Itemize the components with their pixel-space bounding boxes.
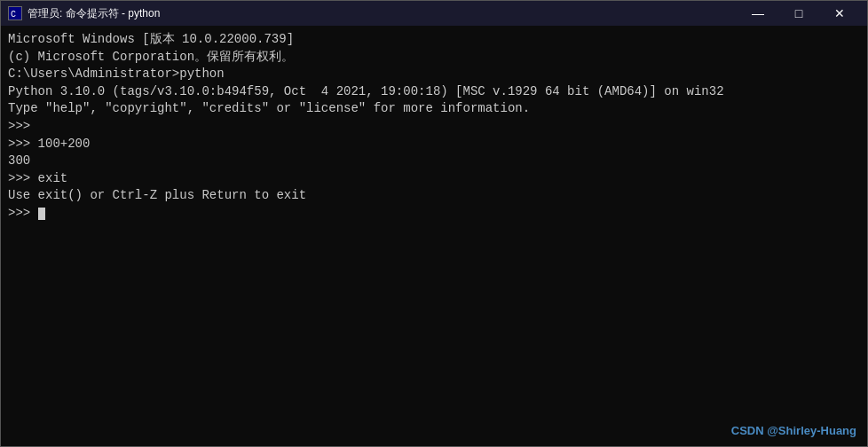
- svg-text:C: C: [11, 10, 16, 20]
- terminal-line: Python 3.10.0 (tags/v3.10.0:b494f59, Oct…: [8, 83, 860, 101]
- terminal-line: Microsoft Windows [版本 10.0.22000.739]: [8, 31, 860, 49]
- terminal-line: Use exit() or Ctrl-Z plus Return to exit: [8, 187, 860, 205]
- terminal-line: Type "help", "copyright", "credits" or "…: [8, 100, 860, 118]
- cmd-icon: C: [8, 6, 22, 20]
- terminal-body[interactable]: Microsoft Windows [版本 10.0.22000.739] (c…: [1, 26, 867, 446]
- cursor: [38, 208, 45, 220]
- title-bar-left: C 管理员: 命令提示符 - python: [8, 6, 160, 21]
- window-title: 管理员: 命令提示符 - python: [28, 6, 160, 21]
- terminal-line: 300: [8, 153, 860, 170]
- terminal-line: >>>: [8, 118, 860, 136]
- maximize-button[interactable]: □: [778, 1, 819, 26]
- terminal-line: C:\Users\Administrator>python: [8, 66, 860, 83]
- window: C 管理员: 命令提示符 - python — □ ✕ Microsoft Wi…: [0, 0, 868, 447]
- terminal-prompt-line: >>>: [8, 205, 860, 223]
- title-bar: C 管理员: 命令提示符 - python — □ ✕: [1, 1, 867, 26]
- watermark: CSDN @Shirley-Huang: [731, 423, 856, 439]
- window-controls: — □ ✕: [738, 1, 860, 26]
- terminal-line: >>> 100+200: [8, 136, 860, 153]
- terminal-line: (c) Microsoft Corporation。保留所有权利。: [8, 49, 860, 67]
- minimize-button[interactable]: —: [738, 1, 778, 26]
- close-button[interactable]: ✕: [819, 1, 860, 26]
- terminal-line: >>> exit: [8, 170, 860, 188]
